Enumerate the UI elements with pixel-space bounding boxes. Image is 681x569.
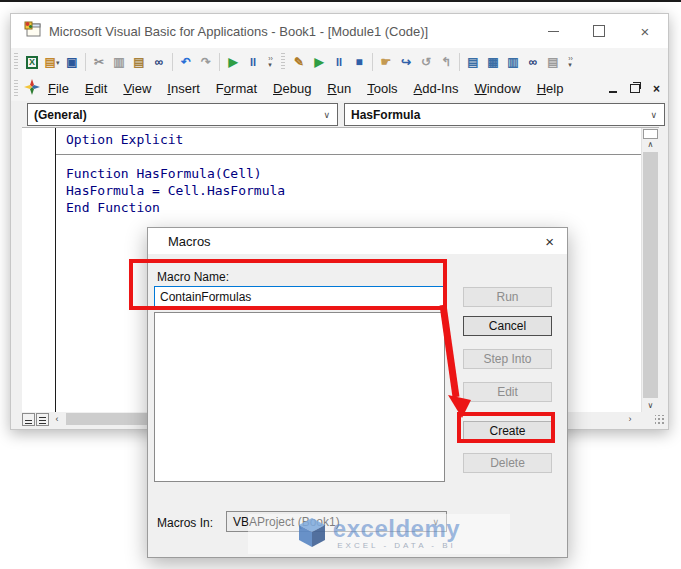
menu-grip[interactable]: [14, 80, 18, 98]
copy-icon: ▥: [113, 56, 124, 68]
scroll-up-button[interactable]: ∧: [642, 138, 659, 151]
procedure-dropdown-value: HasFormula: [351, 108, 420, 122]
quick-watch-icon: ∞: [529, 56, 538, 68]
scroll-down-button[interactable]: ∨: [642, 399, 659, 412]
toolbar-separator: [219, 53, 220, 71]
toolbar-separator: [459, 53, 460, 71]
code-line: End Function: [66, 199, 639, 216]
menu-file[interactable]: File: [40, 78, 77, 99]
toolbar-separator: [372, 53, 373, 71]
macros-in-dropdown[interactable]: VBAProject (Book1) ∨: [226, 511, 447, 532]
mdi-minimize-button[interactable]: [609, 91, 617, 93]
menu-edit[interactable]: Edit: [77, 78, 115, 99]
locals-window-icon[interactable]: ▤: [463, 52, 483, 72]
reset-icon[interactable]: ■: [349, 52, 369, 72]
toggle-breakpoint-icon[interactable]: ☛: [376, 52, 396, 72]
menu-help[interactable]: Help: [529, 78, 572, 99]
vertical-scroll-thumb[interactable]: [643, 152, 658, 398]
copy-icon[interactable]: ▥: [109, 52, 129, 72]
close-icon: ×: [641, 24, 650, 39]
toolbar-options-icon[interactable]: ››▾: [564, 51, 577, 73]
mdi-close-button[interactable]: ×: [653, 83, 660, 95]
reset-icon: ■: [355, 56, 362, 68]
cut-icon[interactable]: ✂: [89, 52, 109, 72]
run-sub-icon: ▶: [314, 56, 323, 68]
edit-button: Edit: [463, 382, 552, 402]
toolbar-options-icon[interactable]: ››▾: [264, 51, 277, 73]
menu-debug[interactable]: Debug: [265, 78, 319, 99]
watch-window-icon[interactable]: ▥: [503, 52, 523, 72]
step-out-icon: ↰: [441, 56, 451, 68]
object-dropdown-value: (General): [34, 108, 87, 122]
margin-indicator-bar[interactable]: [22, 128, 56, 413]
object-dropdown[interactable]: (General) ∨: [27, 103, 338, 126]
menu-tools[interactable]: Tools: [359, 78, 405, 99]
menu-window[interactable]: Window: [466, 78, 528, 99]
macros-in-label: Macros In:: [157, 516, 213, 530]
menu-view[interactable]: View: [115, 78, 159, 99]
scrollbar-corner: [645, 412, 668, 428]
view-microsoft-excel-icon[interactable]: X: [22, 52, 42, 72]
scroll-right-button[interactable]: ›: [623, 413, 637, 426]
insert-userform-icon: ▤: [45, 56, 56, 68]
toolbar-grip[interactable]: [14, 53, 18, 71]
full-module-view-icon: [39, 417, 46, 424]
close-button[interactable]: ×: [622, 14, 668, 48]
immediate-window-icon[interactable]: ▦: [483, 52, 503, 72]
watermark-tagline: EXCEL - DATA - BI: [337, 541, 455, 550]
procedure-view-button[interactable]: [22, 413, 35, 426]
step-out-icon[interactable]: ↰: [436, 52, 456, 72]
break-icon[interactable]: II: [243, 52, 263, 72]
insert-userform-icon[interactable]: ▤▾: [42, 52, 62, 72]
mdi-restore-button[interactable]: [630, 84, 640, 93]
procedure-view-icon: [25, 420, 32, 424]
menu-format[interactable]: Format: [208, 78, 265, 99]
procedure-dropdown[interactable]: HasFormula ∨: [344, 103, 665, 126]
call-stack-icon: ▤: [547, 56, 558, 68]
find-icon[interactable]: ∞: [149, 52, 169, 72]
dialog-close-button[interactable]: ×: [545, 234, 554, 249]
macro-name-input[interactable]: [154, 286, 445, 307]
debug-toolbar: ✎▶II■☛↪↺↰▤▦▥∞▤››▾: [289, 48, 578, 76]
step-over-icon[interactable]: ↺: [416, 52, 436, 72]
paste-icon[interactable]: ▤: [129, 52, 149, 72]
toolbar-row: X▤▾▣✂▥▤∞↶↷▶II››▾ ✎▶II■☛↪↺↰▤▦▥∞▤››▾: [11, 48, 668, 77]
macro-name-label: Macro Name:: [157, 270, 229, 284]
design-mode-icon[interactable]: ✎: [289, 52, 309, 72]
toolbar-grip[interactable]: [281, 53, 285, 71]
break-icon[interactable]: II: [329, 52, 349, 72]
undo-icon: ↶: [181, 56, 191, 68]
call-stack-icon[interactable]: ▤: [543, 52, 563, 72]
paste-icon: ▤: [133, 56, 144, 68]
menu-run[interactable]: Run: [319, 78, 359, 99]
step-into-icon[interactable]: ↪: [396, 52, 416, 72]
resize-grip[interactable]: [655, 415, 665, 425]
minimize-button[interactable]: [530, 14, 576, 48]
create-button[interactable]: Create: [463, 421, 552, 441]
macro-list[interactable]: [154, 312, 445, 482]
code-line: [66, 148, 639, 165]
chevron-down-icon: ∨: [323, 110, 330, 120]
menu-addins[interactable]: Add-Ins: [406, 78, 467, 99]
quick-watch-icon[interactable]: ∞: [523, 52, 543, 72]
menu-insert[interactable]: Insert: [159, 78, 208, 99]
step-into-icon: ↪: [401, 56, 411, 68]
maximize-button[interactable]: [576, 14, 622, 48]
vba-project-icon: [24, 79, 40, 99]
vertical-scrollbar[interactable]: ∧ ∨: [641, 128, 659, 413]
locals-window-icon: ▤: [467, 56, 478, 68]
cancel-button[interactable]: Cancel: [463, 316, 552, 336]
break-icon: II: [250, 57, 256, 68]
full-module-view-button[interactable]: [36, 413, 49, 426]
immediate-window-icon: ▦: [487, 56, 498, 68]
save-icon: ▣: [66, 56, 77, 68]
redo-icon[interactable]: ↷: [196, 52, 216, 72]
menu-bar: FileEditViewInsertFormatDebugRunToolsAdd…: [11, 76, 668, 101]
title-bar: Microsoft Visual Basic for Applications …: [11, 14, 668, 48]
run-sub-icon[interactable]: ▶: [223, 52, 243, 72]
run-sub-icon[interactable]: ▶: [309, 52, 329, 72]
vba-app-icon: [24, 21, 41, 41]
save-icon[interactable]: ▣: [62, 52, 82, 72]
undo-icon[interactable]: ↶: [176, 52, 196, 72]
scroll-left-button[interactable]: ‹: [50, 413, 64, 426]
